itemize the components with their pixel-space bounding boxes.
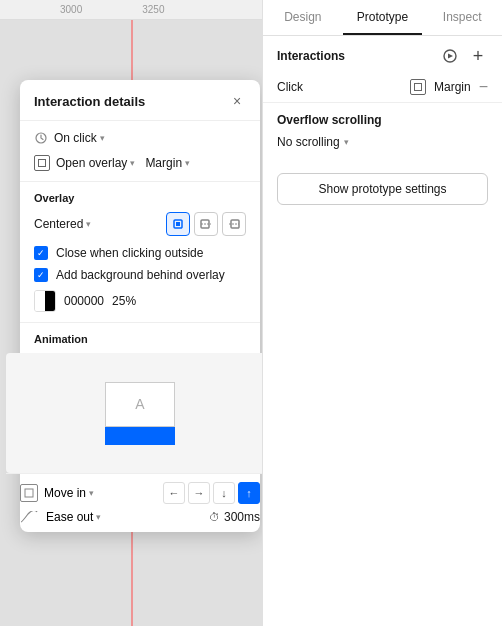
color-swatch[interactable]	[34, 290, 56, 312]
close-outside-checkbox[interactable]: ✓	[34, 246, 48, 260]
swatch-white	[35, 291, 45, 311]
arrow-right-button[interactable]: →	[188, 482, 210, 504]
arrow-down-button[interactable]: ↓	[213, 482, 235, 504]
interaction-action-icon	[410, 79, 426, 95]
anim-type-row: Move in ▾ ← → ↓ ↑	[20, 482, 260, 504]
svg-rect-7	[25, 489, 33, 497]
tab-design[interactable]: Design	[263, 0, 343, 35]
align-buttons	[166, 212, 246, 236]
move-in-icon	[20, 484, 38, 502]
svg-rect-2	[176, 222, 180, 226]
right-panel: Design Prototype Inspect Interactions + …	[262, 0, 502, 626]
close-outside-row: ✓ Close when clicking outside	[34, 246, 246, 260]
close-button[interactable]: ×	[228, 92, 246, 110]
ruler-mark-2: 3250	[142, 4, 164, 15]
arrow-left-button[interactable]: ←	[163, 482, 185, 504]
overlay-icon	[34, 155, 50, 171]
action-label[interactable]: Open overlay ▾	[56, 156, 135, 170]
add-interaction-button[interactable]: +	[468, 46, 488, 66]
interaction-details-modal: Interaction details × On click ▾	[20, 80, 260, 532]
overlay-section-title: Overlay	[34, 192, 246, 204]
color-hex-value[interactable]: 000000	[64, 294, 104, 308]
duration-row: ⏱ 300ms	[209, 510, 260, 524]
action-row: Open overlay ▾ Margin ▾	[34, 155, 246, 171]
overflow-section: Overflow scrolling No scrolling ▾	[263, 102, 502, 159]
tab-prototype[interactable]: Prototype	[343, 0, 423, 35]
animation-box: A	[105, 382, 175, 445]
clock-icon	[34, 131, 48, 145]
check-icon-2: ✓	[37, 270, 45, 280]
prototype-settings-button[interactable]: Show prototype settings	[277, 173, 488, 205]
interactions-header: Interactions +	[263, 36, 502, 72]
position-dropdown[interactable]: Centered ▾	[34, 217, 91, 231]
canvas-area: 3000 3250 Interaction details ×	[0, 0, 262, 626]
chevron-icon-2: ▾	[130, 158, 135, 168]
duration-value[interactable]: 300ms	[224, 510, 260, 524]
chevron-icon-6: ▾	[96, 512, 101, 522]
animation-section-title: Animation	[34, 333, 246, 345]
overflow-title: Overflow scrolling	[277, 113, 488, 127]
add-background-row: ✓ Add background behind overlay	[34, 268, 246, 282]
direction-buttons: ← → ↓ ↑	[163, 482, 260, 504]
prototype-icon-button[interactable]	[440, 46, 460, 66]
remove-interaction-button[interactable]: −	[479, 78, 488, 96]
animation-controls: Move in ▾ ← → ↓ ↑	[6, 473, 262, 532]
panel-header-icons: +	[440, 46, 488, 66]
overlay-controls: Centered ▾	[34, 212, 246, 236]
arrow-up-button[interactable]: ↑	[238, 482, 260, 504]
overflow-dropdown[interactable]: No scrolling ▾	[277, 135, 488, 149]
anim-frame-top: A	[105, 382, 175, 427]
animation-type-dropdown[interactable]: Move in ▾	[44, 486, 94, 500]
overlay-section: Overlay Centered ▾	[20, 182, 260, 323]
chevron-icon: ▾	[100, 133, 105, 143]
animation-preview: A	[6, 353, 262, 473]
animation-section: Animation	[20, 323, 260, 345]
ruler-mark-1: 3000	[60, 4, 82, 15]
modal-title: Interaction details	[34, 94, 145, 109]
interaction-row: Click Margin −	[263, 72, 502, 102]
trigger-label[interactable]: On click ▾	[54, 131, 105, 145]
interactions-title: Interactions	[277, 49, 345, 63]
align-center-button[interactable]	[166, 212, 190, 236]
panel-tabs: Design Prototype Inspect	[263, 0, 502, 36]
interaction-action-label: Margin	[434, 80, 471, 94]
trigger-row: On click ▾	[34, 131, 246, 145]
ruler: 3000 3250	[0, 0, 262, 20]
interaction-trigger: Click	[277, 80, 303, 94]
swatch-black	[45, 291, 55, 311]
add-background-checkbox[interactable]: ✓	[34, 268, 48, 282]
easing-dropdown[interactable]: Ease out ▾	[46, 510, 101, 524]
ease-curve-icon	[20, 511, 38, 523]
timer-icon: ⏱	[209, 511, 220, 523]
chevron-icon-5: ▾	[89, 488, 94, 498]
align-left-button[interactable]	[194, 212, 218, 236]
add-background-label: Add background behind overlay	[56, 268, 225, 282]
close-outside-label: Close when clicking outside	[56, 246, 203, 260]
chevron-icon-7: ▾	[344, 137, 349, 147]
align-right-button[interactable]	[222, 212, 246, 236]
chevron-icon-4: ▾	[86, 219, 91, 229]
color-opacity-value[interactable]: 25%	[112, 294, 136, 308]
margin-label[interactable]: Margin ▾	[145, 156, 190, 170]
canvas-content: Interaction details × On click ▾	[0, 20, 262, 626]
trigger-section: On click ▾ Open overlay ▾ Margin ▾	[20, 121, 260, 182]
tab-inspect[interactable]: Inspect	[422, 0, 502, 35]
modal-header: Interaction details ×	[20, 80, 260, 121]
color-row: 000000 25%	[34, 290, 246, 312]
chevron-icon-3: ▾	[185, 158, 190, 168]
check-icon: ✓	[37, 248, 45, 258]
anim-frame-bottom	[105, 427, 175, 445]
anim-easing-row: Ease out ▾ ⏱ 300ms	[20, 510, 260, 524]
